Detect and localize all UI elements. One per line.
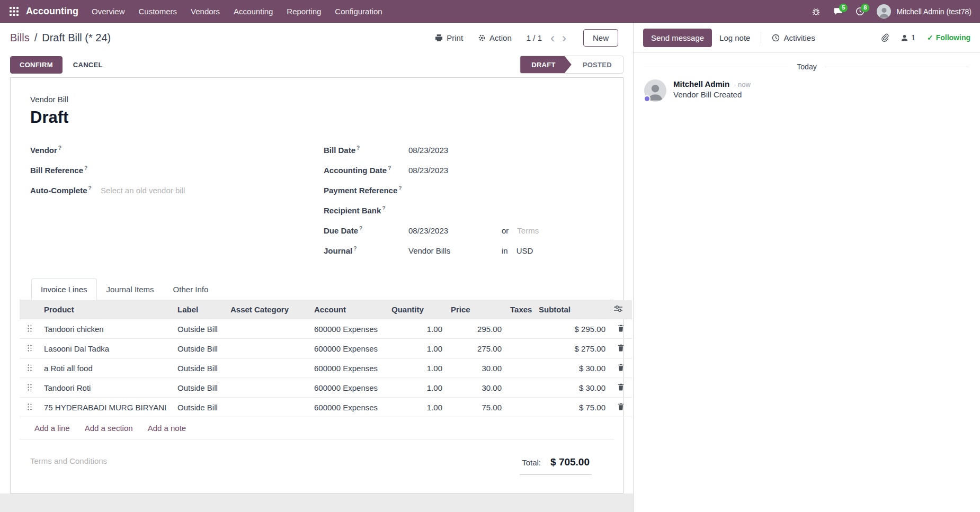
- drag-handle-icon[interactable]: [27, 325, 32, 332]
- subtotal-cell[interactable]: $ 295.00: [534, 319, 610, 339]
- tab-other-info[interactable]: Other Info: [164, 279, 218, 300]
- add-a-note-link[interactable]: Add a note: [148, 424, 186, 433]
- taxes-cell[interactable]: [506, 339, 534, 358]
- action-button[interactable]: Action: [478, 33, 512, 42]
- asset-category-cell[interactable]: [226, 378, 310, 398]
- pager-previous-button[interactable]: ‹: [548, 32, 557, 44]
- pager-next-button[interactable]: ›: [560, 32, 568, 44]
- quantity-cell[interactable]: 1.00: [387, 319, 447, 339]
- print-button[interactable]: Print: [435, 33, 463, 42]
- product-cell[interactable]: Lasooni Dal Tadka: [40, 339, 173, 358]
- account-cell[interactable]: 600000 Expenses: [310, 319, 387, 339]
- confirm-button[interactable]: CONFIRM: [10, 56, 63, 74]
- status-step-posted[interactable]: POSTED: [572, 56, 623, 73]
- subtotal-cell[interactable]: $ 75.00: [534, 398, 610, 417]
- recipient-bank-input[interactable]: [408, 213, 603, 225]
- invoice-line-row[interactable]: Tandoori Roti Outside Bill 600000 Expens…: [20, 378, 632, 398]
- add-a-section-link[interactable]: Add a section: [85, 424, 133, 433]
- menu-reporting[interactable]: Reporting: [280, 0, 328, 23]
- menu-customers[interactable]: Customers: [132, 0, 184, 23]
- taxes-cell[interactable]: [506, 398, 534, 417]
- user-avatar[interactable]: [877, 4, 891, 19]
- product-cell[interactable]: a Roti all food: [40, 358, 173, 378]
- due-date-input[interactable]: 08/23/2023: [408, 226, 502, 235]
- invoice-line-row[interactable]: a Roti all food Outside Bill 600000 Expe…: [20, 358, 632, 378]
- taxes-cell[interactable]: [506, 378, 534, 398]
- price-cell[interactable]: 295.00: [447, 319, 506, 339]
- bill-reference-input[interactable]: [101, 173, 310, 185]
- taxes-cell[interactable]: [506, 358, 534, 378]
- attach-files-button[interactable]: [880, 33, 889, 42]
- bill-date-input[interactable]: 08/23/2023: [408, 146, 603, 157]
- product-cell[interactable]: Tandoori Roti: [40, 378, 173, 398]
- currency-select[interactable]: USD: [516, 246, 533, 255]
- optional-columns-icon[interactable]: [614, 305, 622, 312]
- account-cell[interactable]: 600000 Expenses: [310, 339, 387, 358]
- delete-line-icon[interactable]: [617, 402, 625, 410]
- vendor-input[interactable]: [101, 153, 310, 165]
- account-cell[interactable]: 600000 Expenses: [310, 358, 387, 378]
- messages-menu-icon[interactable]: 5: [827, 3, 849, 20]
- price-cell[interactable]: 275.00: [447, 339, 506, 358]
- message-author[interactable]: Mitchell Admin: [673, 79, 729, 88]
- subtotal-cell[interactable]: $ 30.00: [534, 378, 610, 398]
- quantity-cell[interactable]: 1.00: [387, 398, 447, 417]
- accounting-date-input[interactable]: 08/23/2023: [408, 166, 603, 177]
- product-cell[interactable]: 75 HYDERABADI MURG BIRYANI: [40, 398, 173, 417]
- product-cell[interactable]: Tandoori chicken: [40, 319, 173, 339]
- status-step-draft[interactable]: DRAFT: [520, 56, 572, 73]
- asset-category-cell[interactable]: [226, 339, 310, 358]
- subtotal-cell[interactable]: $ 30.00: [534, 358, 610, 378]
- label-cell[interactable]: Outside Bill: [173, 378, 226, 398]
- app-name[interactable]: Accounting: [26, 6, 78, 17]
- menu-vendors[interactable]: Vendors: [184, 0, 227, 23]
- drag-handle-icon[interactable]: [27, 364, 32, 371]
- delete-line-icon[interactable]: [617, 363, 625, 371]
- followers-button[interactable]: 1: [901, 33, 915, 42]
- delete-line-icon[interactable]: [617, 383, 625, 391]
- asset-category-cell[interactable]: [226, 358, 310, 378]
- account-cell[interactable]: 600000 Expenses: [310, 398, 387, 417]
- send-message-button[interactable]: Send message: [643, 29, 712, 47]
- activities-button[interactable]: Activities: [764, 29, 822, 47]
- tab-journal-items[interactable]: Journal Items: [97, 279, 164, 300]
- drag-handle-icon[interactable]: [27, 383, 32, 391]
- price-cell[interactable]: 30.00: [447, 358, 506, 378]
- menu-accounting[interactable]: Accounting: [227, 0, 280, 23]
- debug-bug-icon[interactable]: [806, 3, 826, 20]
- apps-grid-icon[interactable]: [4, 0, 24, 23]
- invoice-line-row[interactable]: Tandoori chicken Outside Bill 600000 Exp…: [20, 319, 632, 339]
- journal-input[interactable]: Vendor Bills: [408, 246, 502, 255]
- account-cell[interactable]: 600000 Expenses: [310, 378, 387, 398]
- user-menu[interactable]: Mitchell Admin (test78): [896, 7, 972, 16]
- quantity-cell[interactable]: 1.00: [387, 339, 447, 358]
- payment-reference-input[interactable]: [408, 193, 603, 205]
- taxes-cell[interactable]: [506, 319, 534, 339]
- add-a-line-link[interactable]: Add a line: [34, 424, 70, 433]
- subtotal-cell[interactable]: $ 275.00: [534, 339, 610, 358]
- drag-handle-icon[interactable]: [27, 344, 32, 352]
- price-cell[interactable]: 75.00: [447, 398, 506, 417]
- label-cell[interactable]: Outside Bill: [173, 358, 226, 378]
- terms-and-conditions-input[interactable]: Terms and Conditions: [30, 456, 107, 465]
- message-avatar[interactable]: [644, 79, 666, 102]
- activities-menu-icon[interactable]: 8: [850, 3, 870, 20]
- menu-overview[interactable]: Overview: [85, 0, 132, 23]
- new-button[interactable]: New: [583, 29, 618, 47]
- drag-handle-icon[interactable]: [27, 403, 32, 410]
- asset-category-cell[interactable]: [226, 319, 310, 339]
- cancel-button[interactable]: CANCEL: [66, 57, 110, 73]
- label-cell[interactable]: Outside Bill: [173, 398, 226, 417]
- menu-configuration[interactable]: Configuration: [328, 0, 389, 23]
- auto-complete-input[interactable]: Select an old vendor bill: [101, 186, 310, 197]
- tab-invoice-lines[interactable]: Invoice Lines: [31, 279, 97, 300]
- breadcrumb-bills-link[interactable]: Bills: [10, 32, 30, 44]
- price-cell[interactable]: 30.00: [447, 378, 506, 398]
- quantity-cell[interactable]: 1.00: [387, 378, 447, 398]
- label-cell[interactable]: Outside Bill: [173, 339, 226, 358]
- label-cell[interactable]: Outside Bill: [173, 319, 226, 339]
- following-button[interactable]: ✓ Following: [927, 33, 970, 42]
- log-note-button[interactable]: Log note: [712, 29, 758, 47]
- delete-line-icon[interactable]: [617, 344, 625, 352]
- invoice-line-row[interactable]: 75 HYDERABADI MURG BIRYANI Outside Bill …: [20, 398, 632, 417]
